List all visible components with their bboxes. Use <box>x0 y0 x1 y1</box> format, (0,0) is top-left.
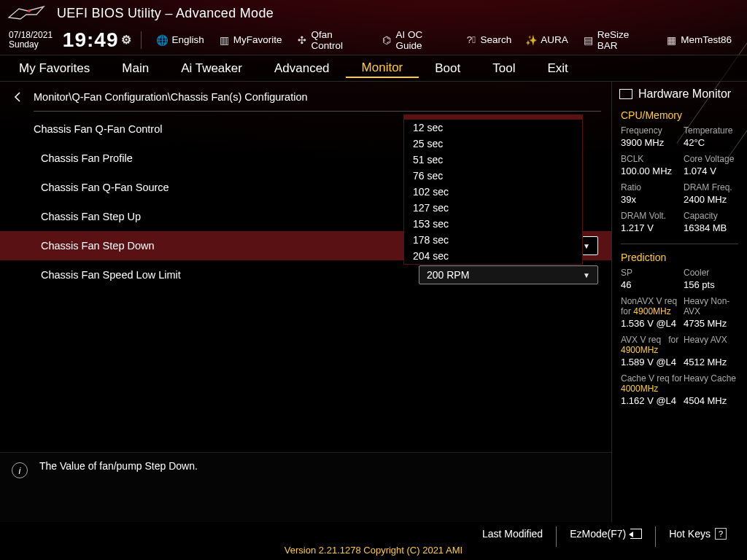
separator <box>655 526 656 547</box>
row-low-limit[interactable]: Chassis Fan Speed Low Limit 200 RPM▼ <box>0 260 611 289</box>
question-icon: ? <box>715 528 727 540</box>
day: Sunday <box>9 40 58 50</box>
language-button[interactable]: 🌐English <box>150 31 210 48</box>
hardware-monitor-title: Hardware Monitor <box>612 82 747 106</box>
dropdown-option[interactable]: 102 sec <box>404 184 582 200</box>
monitor-icon <box>619 89 632 99</box>
time: 19:49⚙ <box>63 28 133 52</box>
copyright: Version 2.21.1278 Copyright (C) 2021 AMI <box>0 545 747 556</box>
tab-monitor[interactable]: Monitor <box>346 59 419 78</box>
tab-main[interactable]: Main <box>106 60 165 77</box>
date: 07/18/2021 <box>9 31 58 40</box>
last-modified-button[interactable]: Last Modified <box>472 526 553 541</box>
back-button[interactable] <box>10 89 26 105</box>
tab-tool[interactable]: Tool <box>476 60 531 77</box>
breadcrumb: Monitor\Q-Fan Configuration\Chassis Fan(… <box>0 82 611 109</box>
info-icon: i <box>12 462 28 478</box>
dropdown-option[interactable]: 127 sec <box>404 200 582 216</box>
main-panel: Monitor\Q-Fan Configuration\Chassis Fan(… <box>0 82 611 522</box>
dropdown-option[interactable]: 25 sec <box>404 136 582 152</box>
tab-my-favorites[interactable]: My Favorites <box>3 60 106 77</box>
dropdown-option[interactable]: 12 sec <box>404 120 582 136</box>
rog-logo-icon <box>6 4 47 22</box>
favorite-icon: ▥ <box>219 34 230 45</box>
separator <box>556 526 557 547</box>
aioc-button[interactable]: ⌬AI OC Guide <box>375 26 458 54</box>
date-block: 07/18/2021 Sunday <box>9 31 58 50</box>
help-panel: i The Value of fan/pump Step Down. <box>0 452 611 522</box>
dropdown-option[interactable]: 51 sec <box>404 152 582 168</box>
aura-button[interactable]: ✨AURA <box>519 31 575 48</box>
search-button[interactable]: ?⃞Search <box>459 31 518 48</box>
globe-icon: 🌐 <box>157 34 168 45</box>
ezmode-icon <box>630 529 642 539</box>
tab-exit[interactable]: Exit <box>531 60 584 77</box>
breadcrumb-separator <box>34 111 601 112</box>
breadcrumb-text: Monitor\Q-Fan Configuration\Chassis Fan(… <box>34 91 308 103</box>
section-prediction: Prediction <box>612 249 747 266</box>
dropdown-option[interactable]: 178 sec <box>404 232 582 248</box>
aioc-icon: ⌬ <box>382 34 392 45</box>
tab-ai-tweaker[interactable]: Ai Tweaker <box>165 60 258 77</box>
chevron-down-icon: ▼ <box>583 242 590 250</box>
app-title: UEFI BIOS Utility – Advanced Mode <box>57 6 274 21</box>
help-text: The Value of fan/pump Step Down. <box>39 460 198 472</box>
tab-bar: My Favorites Main Ai Tweaker Advanced Mo… <box>0 55 747 82</box>
hardware-monitor-panel: Hardware Monitor CPU/Memory FrequencyTem… <box>611 82 747 522</box>
aura-icon: ✨ <box>526 34 537 45</box>
toolbar: 🌐English ▥MyFavorite ✣Qfan Control ⌬AI O… <box>150 26 738 54</box>
search-icon: ?⃞ <box>465 34 476 45</box>
fan-icon: ✣ <box>297 34 308 45</box>
svg-point-0 <box>28 9 31 12</box>
dropdown-option[interactable]: 204 sec <box>404 248 582 264</box>
separator <box>621 244 738 244</box>
separator <box>141 31 142 49</box>
lowlimit-select[interactable]: 200 RPM▼ <box>419 265 598 284</box>
tab-boot[interactable]: Boot <box>419 60 476 77</box>
gear-icon[interactable]: ⚙ <box>121 33 132 47</box>
resizebar-button[interactable]: ▤ReSize BAR <box>576 26 658 54</box>
chevron-down-icon: ▼ <box>583 271 590 279</box>
resizebar-icon: ▤ <box>583 34 594 45</box>
settings-list: Chassis Fan Q-Fan Control Chassis Fan Pr… <box>0 114 611 452</box>
memtest-button[interactable]: ▦MemTest86 <box>659 31 738 48</box>
myfavorite-button[interactable]: ▥MyFavorite <box>212 31 289 48</box>
header-bar: 07/18/2021 Sunday 19:49⚙ 🌐English ▥MyFav… <box>0 26 747 55</box>
title-bar: UEFI BIOS Utility – Advanced Mode <box>0 0 747 26</box>
tab-advanced[interactable]: Advanced <box>258 60 346 77</box>
memtest-icon: ▦ <box>666 34 677 45</box>
qfan-button[interactable]: ✣Qfan Control <box>290 26 374 54</box>
ezmode-button[interactable]: EzMode(F7) <box>560 526 652 541</box>
section-cpu-memory: CPU/Memory <box>612 106 747 124</box>
hotkeys-button[interactable]: Hot Keys? <box>659 526 737 541</box>
dropdown-option[interactable]: 153 sec <box>404 216 582 232</box>
stepdown-dropdown[interactable]: 0 sec 12 sec 25 sec 51 sec 76 sec 102 se… <box>403 114 583 265</box>
dropdown-option[interactable]: 76 sec <box>404 168 582 184</box>
